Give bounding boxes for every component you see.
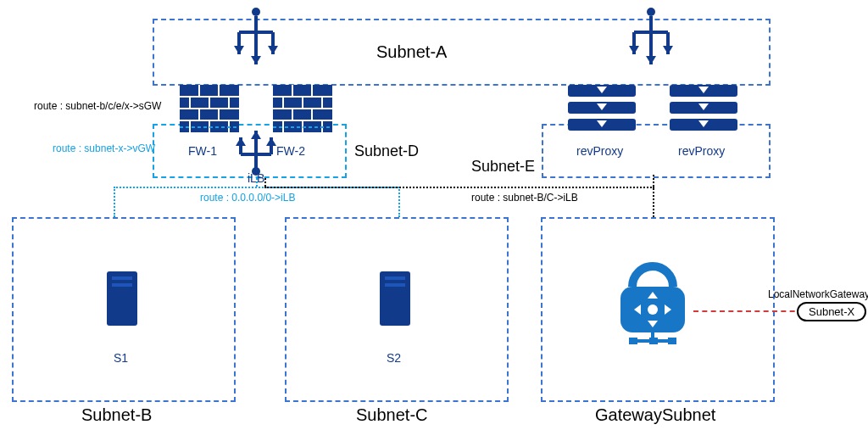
svg-marker-8: [268, 46, 278, 54]
firewall-1-label: FW-1: [188, 144, 217, 158]
svg-rect-70: [112, 276, 132, 280]
subnet-x-badge: Subnet-X: [797, 302, 866, 321]
subnet-a-title: Subnet-A: [376, 42, 447, 62]
vpn-gateway-icon: [612, 258, 693, 351]
firewall-2-label: FW-2: [276, 144, 305, 158]
load-balancer-icon-top-left: [232, 7, 280, 81]
route-ilb-left-v1: [114, 187, 115, 217]
subnet-e-title: Subnet-E: [471, 158, 535, 176]
gateway-subnet-title: GatewaySubnet: [595, 405, 715, 425]
svg-marker-16: [646, 56, 656, 64]
network-diagram: Subnet-A Subnet-D: [0, 0, 868, 430]
svg-point-0: [252, 8, 260, 16]
svg-rect-71: [112, 283, 132, 287]
svg-point-80: [648, 304, 658, 315]
server-s1-label: S1: [114, 351, 128, 365]
svg-rect-83: [629, 338, 637, 344]
route-ilb-left-label: route : 0.0.0.0/0->iLB: [200, 192, 295, 204]
server-icon-s1: [107, 271, 137, 326]
subnet-b-title: Subnet-B: [81, 405, 152, 425]
route-ilb-right-v: [653, 175, 654, 217]
external-connection-line: [693, 310, 804, 312]
svg-point-9: [647, 8, 655, 16]
svg-rect-74: [385, 283, 405, 287]
route-ilb-right-label: route : subnet-B/C->iLB: [471, 192, 578, 204]
route-ilb-right-h: [264, 187, 654, 188]
revproxy-1-label: revProxy: [576, 144, 623, 158]
revproxy-2-label: revProxy: [678, 144, 725, 158]
route-ilb-left-v2: [398, 187, 400, 217]
svg-rect-73: [385, 276, 405, 280]
firewall-icon-1: [180, 85, 239, 132]
svg-marker-53: [236, 137, 246, 146]
subnet-d-title: Subnet-D: [354, 142, 419, 160]
svg-rect-84: [649, 338, 658, 344]
subnet-c-title: Subnet-C: [356, 405, 428, 425]
svg-rect-85: [668, 338, 676, 344]
svg-marker-54: [251, 131, 261, 139]
server-s2-label: S2: [387, 351, 401, 365]
svg-marker-6: [234, 46, 244, 54]
revproxy-icon-2: [670, 85, 737, 132]
server-icon-s2: [380, 271, 410, 326]
route-ilb-right-stub: [264, 178, 266, 187]
route-sgw-label: route : subnet-b/c/e/x->sGW: [34, 100, 161, 112]
local-network-gateway-label: LocalNetworkGateway: [768, 288, 868, 300]
svg-marker-55: [266, 137, 276, 146]
firewall-icon-2: [273, 85, 332, 132]
svg-marker-17: [663, 46, 673, 54]
load-balancer-icon-top-right: [627, 7, 675, 81]
svg-marker-7: [251, 56, 261, 64]
route-ilb-left-stub: [256, 178, 258, 187]
revproxy-icon-1: [568, 85, 636, 132]
route-vgw-label: route : subnet-x->vGW: [53, 142, 155, 154]
svg-marker-15: [629, 46, 639, 54]
